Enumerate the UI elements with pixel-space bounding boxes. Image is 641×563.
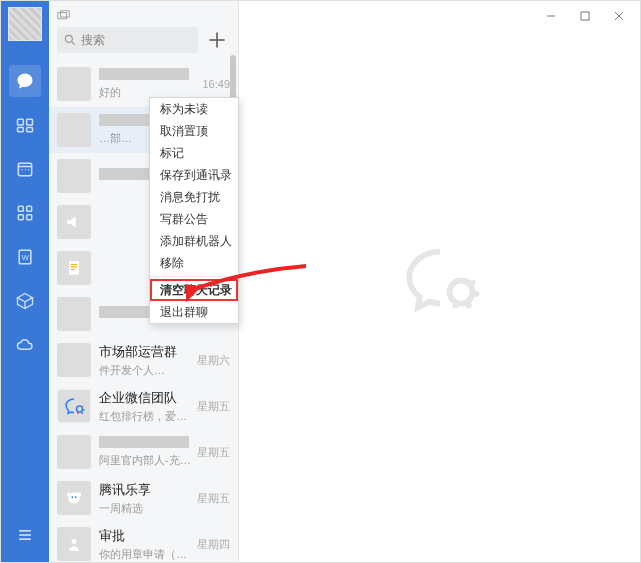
minimize-button[interactable] [536, 4, 566, 28]
svg-rect-1 [27, 119, 33, 125]
context-menu-item[interactable]: 消息免打扰 [150, 186, 238, 208]
maximize-button[interactable] [570, 4, 600, 28]
svg-point-45 [449, 280, 472, 303]
svg-rect-28 [71, 266, 78, 267]
context-menu-item[interactable]: 取消置顶 [150, 120, 238, 142]
svg-rect-20 [58, 12, 67, 18]
item-time: 星期五 [197, 491, 230, 506]
svg-rect-2 [18, 128, 24, 132]
titlebar [239, 1, 640, 31]
search-input[interactable]: 搜索 [57, 27, 198, 53]
svg-point-46 [469, 279, 475, 285]
context-menu: 标为未读取消置顶标记保存到通讯录消息免打扰写群公告添加群机器人移除清空聊天记录退… [149, 97, 239, 324]
svg-point-38 [72, 496, 74, 498]
item-title: 市场部运营群 [99, 343, 193, 361]
list-item[interactable]: 市场部运营群件开发个人…星期六 [49, 337, 238, 383]
item-title: 企业微信团队 [99, 389, 193, 407]
nav-chat-icon[interactable] [6, 62, 44, 100]
svg-point-39 [75, 496, 77, 498]
svg-point-30 [77, 406, 83, 412]
item-time: 星期五 [197, 445, 230, 460]
item-title: 审批 [99, 527, 193, 545]
list-item[interactable]: 腾讯乐享一周精选星期五 [49, 475, 238, 521]
svg-rect-29 [71, 269, 75, 270]
item-title: 腾讯乐享 [99, 481, 193, 499]
svg-point-36 [67, 493, 71, 497]
svg-rect-10 [27, 206, 32, 211]
svg-rect-0 [18, 119, 24, 125]
context-menu-item[interactable]: 标为未读 [150, 98, 238, 120]
svg-rect-11 [18, 215, 23, 220]
wecom-logo-icon [392, 232, 488, 331]
avatar[interactable] [8, 7, 42, 41]
item-preview: 红包排行榜，爱进入… [99, 409, 193, 424]
svg-point-49 [452, 302, 458, 308]
add-button[interactable] [204, 27, 230, 53]
nav-contacts-icon[interactable] [6, 106, 44, 144]
svg-point-32 [83, 409, 85, 411]
svg-text:W: W [22, 253, 30, 262]
svg-point-37 [77, 493, 81, 497]
context-menu-item[interactable]: 退出群聊 [150, 301, 238, 323]
item-preview: 你的用章申请（不外… [99, 547, 193, 562]
svg-rect-12 [27, 215, 32, 220]
nav-docs-icon[interactable]: W [6, 238, 44, 276]
item-time: 星期六 [197, 353, 230, 368]
context-menu-item[interactable]: 保存到通讯录 [150, 164, 238, 186]
svg-rect-26 [69, 261, 79, 274]
nav-rail: W [1, 1, 49, 562]
svg-marker-15 [18, 294, 33, 302]
context-menu-item-clear-history[interactable]: 清空聊天记录 [150, 279, 238, 301]
nav-cloud-icon[interactable] [6, 326, 44, 364]
svg-line-23 [72, 42, 75, 45]
main-pane [239, 1, 640, 562]
nav-calendar-icon[interactable] [6, 150, 44, 188]
nav-apps-icon[interactable] [6, 194, 44, 232]
item-time: 星期四 [197, 537, 230, 552]
item-preview: 件开发个人… [99, 363, 193, 378]
svg-rect-21 [61, 10, 70, 16]
nav-box-icon[interactable] [6, 282, 44, 320]
item-time: 星期五 [197, 399, 230, 414]
item-time: 16:49 [202, 78, 230, 90]
svg-point-48 [465, 302, 471, 308]
svg-point-34 [77, 412, 79, 414]
svg-point-47 [473, 291, 479, 297]
item-title-blurred [99, 68, 189, 80]
svg-rect-3 [27, 128, 33, 132]
nav-menu-icon[interactable] [6, 516, 44, 554]
svg-rect-27 [71, 264, 78, 265]
svg-point-31 [82, 406, 84, 408]
list-header [49, 1, 238, 23]
search-icon [63, 33, 77, 47]
item-preview: 阿里官内部人-充12:1… [99, 453, 193, 468]
context-menu-item[interactable]: 移除 [150, 252, 238, 274]
context-menu-item[interactable]: 添加群机器人 [150, 230, 238, 252]
search-placeholder: 搜索 [81, 32, 105, 49]
svg-rect-42 [581, 12, 589, 20]
list-item[interactable]: 企业微信团队红包排行榜，爱进入…星期五 [49, 383, 238, 429]
context-menu-item[interactable]: 标记 [150, 142, 238, 164]
item-preview: 一周精选 [99, 501, 193, 516]
context-menu-item[interactable]: 写群公告 [150, 208, 238, 230]
list-item[interactable]: 阿里官内部人-充12:1…星期五 [49, 429, 238, 475]
list-item[interactable]: 审批你的用章申请（不外…星期四 [49, 521, 238, 562]
svg-rect-9 [18, 206, 23, 211]
svg-point-22 [65, 35, 72, 42]
svg-point-40 [72, 539, 77, 544]
item-title-blurred [99, 436, 189, 448]
svg-point-33 [81, 412, 83, 414]
close-button[interactable] [604, 4, 634, 28]
window-stack-icon[interactable] [57, 9, 71, 19]
